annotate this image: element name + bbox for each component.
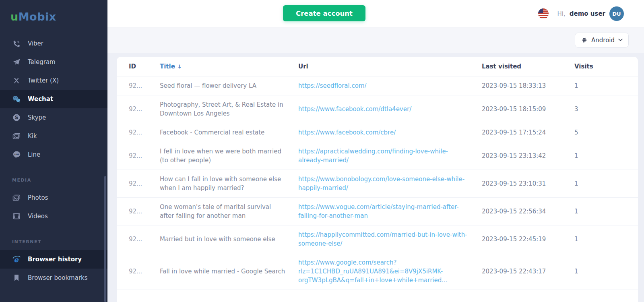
user-cluster: Hi, demo user DU bbox=[538, 0, 624, 27]
column-header-last-visited[interactable]: Last visited bbox=[482, 57, 574, 76]
table-row: 92... Photography, Street Art, & Real Es… bbox=[117, 95, 638, 123]
create-account-button[interactable]: Create account bbox=[283, 5, 365, 21]
cell-url: https://www.google.com/search?rlz=1C1CHB… bbox=[298, 253, 482, 290]
url-link[interactable]: https://happilycommitted.com/married-but… bbox=[298, 231, 467, 247]
cell-url: https://www.facebook.com/cbre/ bbox=[298, 123, 482, 142]
viber-phone-icon bbox=[12, 39, 21, 48]
cell-title bbox=[160, 290, 298, 300]
top-bar: Create account Hi, demo user DU bbox=[107, 0, 644, 27]
sidebar: uMobix Viber Telegram Twitter (X) Wechat bbox=[0, 0, 107, 302]
url-link[interactable]: https://www.facebook.com/dtla4ever/ bbox=[298, 105, 411, 113]
cell-last-visited: 2023-09-15 23:13:42 bbox=[482, 142, 574, 170]
cell-title: Seed floral — flower delivery LA bbox=[160, 76, 298, 95]
cell-id: 92... bbox=[117, 253, 160, 290]
line-icon: LINE bbox=[12, 150, 21, 159]
cell-last-visited: 2023-09-15 23:10:31 bbox=[482, 170, 574, 197]
cell-visits: 1 bbox=[574, 253, 638, 290]
sidebar-item-label: Kik bbox=[28, 132, 37, 140]
url-link[interactable]: https://www.vogue.com/article/staying-ma… bbox=[298, 203, 459, 219]
cell-last-visited: 2023-09-15 17:15:24 bbox=[482, 123, 574, 142]
sidebar-item-label: Line bbox=[28, 151, 40, 158]
cell-visits: 3 bbox=[574, 95, 638, 123]
url-link[interactable]: https://www.google.com/search?rlz=1C1CHB… bbox=[298, 259, 448, 284]
user-name[interactable]: demo user bbox=[570, 10, 605, 17]
sidebar-item-label: Twitter (X) bbox=[28, 77, 59, 84]
cell-visits: 1 bbox=[574, 225, 638, 253]
url-link[interactable]: https://seedfloral.com/ bbox=[298, 82, 367, 89]
column-header-visits[interactable]: Visits bbox=[574, 57, 638, 76]
browser-history-table: ID Title↓ Url Last visited Visits 92... … bbox=[117, 57, 638, 300]
avatar[interactable]: DU bbox=[609, 6, 624, 21]
sidebar-item-twitter-x[interactable]: Twitter (X) bbox=[0, 71, 107, 90]
sidebar-item-telegram[interactable]: Telegram bbox=[0, 53, 107, 71]
cell-last-visited: 2023-09-15 22:56:34 bbox=[482, 197, 574, 225]
content-area: ID Title↓ Url Last visited Visits 92... … bbox=[107, 53, 644, 302]
cell-visits: 1 bbox=[574, 170, 638, 197]
sidebar-item-kik[interactable]: Kik bbox=[0, 127, 107, 145]
sidebar-item-photos[interactable]: Photos bbox=[0, 188, 107, 207]
svg-text:S: S bbox=[15, 115, 19, 120]
sidebar-item-browser-history[interactable]: e Browser history bbox=[0, 250, 107, 269]
cell-id bbox=[117, 290, 160, 300]
cell-visits: 1 bbox=[574, 197, 638, 225]
cell-url: https://seedfloral.com/ bbox=[298, 76, 482, 95]
cell-visits bbox=[574, 290, 638, 300]
url-link[interactable]: https://apracticalwedding.com/finding-lo… bbox=[298, 148, 448, 164]
language-flag-icon[interactable] bbox=[538, 8, 549, 19]
column-header-id[interactable]: ID bbox=[117, 57, 160, 76]
cell-last-visited: 2023-09-15 18:33:13 bbox=[482, 76, 574, 95]
cell-id: 92... bbox=[117, 142, 160, 170]
sidebar-item-line[interactable]: LINE Line bbox=[0, 145, 107, 164]
sidebar-item-videos[interactable]: Videos bbox=[0, 207, 107, 225]
twitter-x-icon bbox=[12, 76, 21, 85]
android-icon bbox=[581, 37, 588, 44]
table-row: 92... One woman's tale of marital surviv… bbox=[117, 197, 638, 225]
cell-title: One woman's tale of marital survival aft… bbox=[160, 197, 298, 225]
app-logo[interactable]: uMobix bbox=[0, 0, 107, 23]
device-selector[interactable]: Android bbox=[575, 33, 629, 48]
wechat-icon bbox=[12, 95, 21, 103]
device-selector-label: Android bbox=[591, 37, 615, 44]
table-row: 92... How can I fall in love with someon… bbox=[117, 170, 638, 197]
sidebar-item-skype[interactable]: S Skype bbox=[0, 108, 107, 127]
url-link[interactable]: https://www.facebook.com/cbre/ bbox=[298, 129, 396, 136]
cell-id: 92... bbox=[117, 95, 160, 123]
column-header-url[interactable]: Url bbox=[298, 57, 482, 76]
table-row: 92... Fall in love while married - Googl… bbox=[117, 253, 638, 290]
toolbar: Android bbox=[107, 27, 644, 53]
cell-visits: 1 bbox=[574, 142, 638, 170]
sidebar-item-label: Viber bbox=[28, 40, 43, 47]
url-link[interactable]: https://www.bonobology.com/love-someone-… bbox=[298, 176, 464, 192]
sidebar-item-label: Photos bbox=[28, 194, 48, 201]
cell-id: 92... bbox=[117, 197, 160, 225]
sidebar-item-wechat[interactable]: Wechat bbox=[0, 90, 107, 108]
table-row bbox=[117, 290, 638, 300]
column-header-title-label: Title bbox=[160, 63, 175, 70]
photos-icon bbox=[12, 193, 21, 202]
browser-history-card: ID Title↓ Url Last visited Visits 92... … bbox=[117, 57, 638, 302]
main-area: Create account Hi, demo user DU Android bbox=[107, 0, 644, 302]
cell-title: Photography, Street Art, & Real Estate i… bbox=[160, 95, 298, 123]
sidebar-item-label: Skype bbox=[28, 114, 46, 121]
sidebar-item-label: Videos bbox=[28, 213, 48, 220]
sidebar-item-viber[interactable]: Viber bbox=[0, 34, 107, 53]
cell-id: 92... bbox=[117, 76, 160, 95]
svg-text:LINE: LINE bbox=[14, 153, 19, 155]
cell-id: 92... bbox=[117, 170, 160, 197]
cell-url: https://www.bonobology.com/love-someone-… bbox=[298, 170, 482, 197]
table-row: 92... Seed floral — flower delivery LA h… bbox=[117, 76, 638, 95]
table-header-row: ID Title↓ Url Last visited Visits bbox=[117, 57, 638, 76]
sidebar-item-browser-bookmarks[interactable]: Browser bookmarks bbox=[0, 269, 107, 287]
cell-last-visited bbox=[482, 290, 574, 300]
browser-history-ie-icon: e bbox=[12, 255, 21, 264]
kik-app-icon bbox=[12, 132, 21, 141]
cell-last-visited: 2023-09-15 22:43:17 bbox=[482, 253, 574, 290]
column-header-title[interactable]: Title↓ bbox=[160, 57, 298, 76]
sidebar-scrollbar-thumb[interactable] bbox=[104, 176, 106, 302]
sidebar-section-internet: INTERNET bbox=[0, 239, 107, 244]
table-row: 92... Married but in love with someone e… bbox=[117, 225, 638, 253]
sidebar-item-label: Browser history bbox=[28, 256, 82, 263]
greeting-text: Hi, bbox=[557, 10, 566, 17]
skype-icon: S bbox=[12, 113, 21, 122]
cell-url: https://happilycommitted.com/married-but… bbox=[298, 225, 482, 253]
